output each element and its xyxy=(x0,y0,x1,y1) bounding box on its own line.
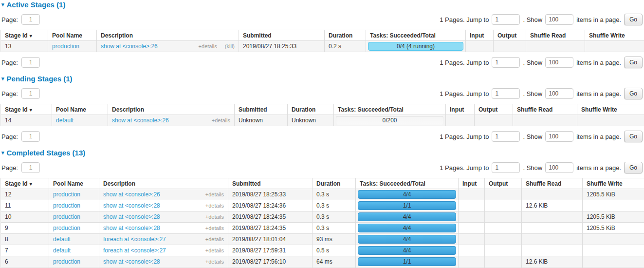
description-link[interactable]: show at <console>:26 xyxy=(112,117,169,124)
go-button[interactable]: Go xyxy=(624,57,643,68)
page-number-input[interactable] xyxy=(21,57,40,68)
pool-name-cell: production xyxy=(49,211,99,223)
column-header-description[interactable]: Description xyxy=(108,104,235,115)
details-toggle[interactable]: +details xyxy=(205,236,224,242)
items-per-page-input[interactable] xyxy=(545,14,573,25)
page-number-input[interactable] xyxy=(21,162,40,173)
jump-to-page-input[interactable] xyxy=(492,14,520,25)
section-header-active[interactable]: ▾Active Stages (1) xyxy=(1,0,644,9)
column-header-label: Duration xyxy=(316,180,340,187)
go-button[interactable]: Go xyxy=(624,88,643,99)
column-header-output[interactable]: Output xyxy=(475,104,513,115)
page-label: Page: xyxy=(1,59,18,66)
column-header-label: Description xyxy=(101,32,133,39)
column-header-shuffle-write[interactable]: Shuffle Write xyxy=(585,30,644,41)
details-toggle[interactable]: +details xyxy=(205,248,224,253)
items-per-page-input[interactable] xyxy=(545,131,573,142)
pool-name-link[interactable]: production xyxy=(53,202,80,209)
description-link[interactable]: foreach at <console>:27 xyxy=(103,247,166,254)
column-header-stage-id[interactable]: Stage Id▾ xyxy=(1,30,48,41)
tasks-progress-bar: 0/4 (4 running) xyxy=(368,42,463,51)
column-header-submitted[interactable]: Submitted xyxy=(239,30,325,41)
column-header-pool-name[interactable]: Pool Name xyxy=(49,178,99,189)
submitted-cell: 2019/08/27 18:25:33 xyxy=(228,189,313,200)
column-header-input[interactable]: Input xyxy=(446,104,475,115)
pool-name-link[interactable]: production xyxy=(52,43,79,50)
column-header-tasks-succeeded-total[interactable]: Tasks: Succeeded/Total xyxy=(356,178,459,189)
column-header-stage-id[interactable]: Stage Id▾ xyxy=(1,178,49,189)
jump-to-page-input[interactable] xyxy=(492,57,520,68)
column-header-input[interactable]: Input xyxy=(466,30,494,41)
pool-name-link[interactable]: production xyxy=(53,213,80,220)
column-header-stage-id[interactable]: Stage Id▾ xyxy=(1,104,52,115)
column-header-duration[interactable]: Duration xyxy=(288,104,334,115)
go-button[interactable]: Go xyxy=(624,131,643,142)
go-button[interactable]: Go xyxy=(624,14,643,25)
details-toggle[interactable]: +details xyxy=(205,259,224,265)
column-header-shuffle-write[interactable]: Shuffle Write xyxy=(583,178,644,189)
column-header-submitted[interactable]: Submitted xyxy=(228,178,313,189)
output-cell xyxy=(485,223,522,234)
jump-to-page-input[interactable] xyxy=(492,162,520,173)
description-link[interactable]: show at <console>:26 xyxy=(103,191,160,198)
kill-link[interactable]: (kill) xyxy=(225,43,235,49)
description-link[interactable]: show at <console>:28 xyxy=(103,202,160,209)
shuffle-read-cell xyxy=(513,115,577,126)
page-number-input[interactable] xyxy=(21,88,40,99)
pool-name-link[interactable]: default xyxy=(53,236,71,243)
column-header-shuffle-read[interactable]: Shuffle Read xyxy=(522,178,583,189)
details-toggle[interactable]: +details xyxy=(205,214,224,220)
page-number-input[interactable] xyxy=(21,14,40,25)
column-header-duration[interactable]: Duration xyxy=(313,178,356,189)
pagination-row-bottom-active: Page:1 Pages. Jump to. Showitems in a pa… xyxy=(0,57,644,68)
jump-to-page-input[interactable] xyxy=(492,88,520,99)
details-toggle[interactable]: +details xyxy=(205,203,224,209)
pool-name-link[interactable]: production xyxy=(53,191,80,198)
collapse-caret-icon: ▾ xyxy=(1,1,4,8)
details-toggle[interactable]: +details xyxy=(212,117,230,123)
page-number-input[interactable] xyxy=(21,131,40,142)
pool-name-link[interactable]: default xyxy=(53,247,71,254)
section-header-pending[interactable]: ▾Pending Stages (1) xyxy=(1,75,644,83)
pool-name-link[interactable]: default xyxy=(56,117,74,124)
duration-cell: 0.3 s xyxy=(313,200,356,211)
tasks-progress-cell: 4/4 xyxy=(356,245,459,256)
column-header-shuffle-read[interactable]: Shuffle Read xyxy=(513,104,577,115)
details-toggle[interactable]: +details xyxy=(205,191,224,197)
jump-to-page-input[interactable] xyxy=(492,131,520,142)
description-link[interactable]: show at <console>:26 xyxy=(101,43,158,50)
submitted-cell: 2019/08/27 18:01:04 xyxy=(228,234,313,245)
details-toggle[interactable]: +details xyxy=(199,43,217,49)
submitted-cell: 2019/08/27 18:25:33 xyxy=(239,41,325,52)
column-header-pool-name[interactable]: Pool Name xyxy=(52,104,108,115)
items-per-page-input[interactable] xyxy=(545,162,573,173)
pool-name-link[interactable]: production xyxy=(53,225,80,231)
items-per-page-input[interactable] xyxy=(545,57,573,68)
go-button[interactable]: Go xyxy=(624,162,643,173)
description-cell: show at <console>:26+details xyxy=(108,115,235,126)
description-link[interactable]: foreach at <console>:27 xyxy=(103,236,166,243)
stage-id-cell: 9 xyxy=(1,223,49,234)
column-header-submitted[interactable]: Submitted xyxy=(235,104,288,115)
details-toggle[interactable]: +details xyxy=(205,225,224,231)
pool-name-link[interactable]: production xyxy=(53,258,80,265)
column-header-tasks-succeeded-total[interactable]: Tasks: Succeeded/Total xyxy=(366,30,466,41)
column-header-output[interactable]: Output xyxy=(494,30,526,41)
column-header-output[interactable]: Output xyxy=(485,178,522,189)
pagination-right: 1 Pages. Jump to. Showitems in a page.Go xyxy=(440,57,644,68)
stage-id-cell: 6 xyxy=(1,256,49,268)
column-header-pool-name[interactable]: Pool Name xyxy=(48,30,97,41)
description-link[interactable]: show at <console>:28 xyxy=(103,213,160,220)
column-header-description[interactable]: Description xyxy=(97,30,239,41)
column-header-description[interactable]: Description xyxy=(99,178,228,189)
column-header-shuffle-write[interactable]: Shuffle Write xyxy=(577,104,644,115)
column-header-shuffle-read[interactable]: Shuffle Read xyxy=(526,30,585,41)
column-header-input[interactable]: Input xyxy=(459,178,485,189)
section-header-completed[interactable]: ▾Completed Stages (13) xyxy=(1,149,644,157)
pages-count-text: 1 Pages. Jump to xyxy=(440,133,489,140)
column-header-duration[interactable]: Duration xyxy=(325,30,366,41)
column-header-tasks-succeeded-total[interactable]: Tasks: Succeeded/Total xyxy=(334,104,446,115)
items-per-page-input[interactable] xyxy=(545,88,573,99)
description-link[interactable]: show at <console>:28 xyxy=(103,258,160,265)
description-link[interactable]: show at <console>:28 xyxy=(103,225,160,231)
